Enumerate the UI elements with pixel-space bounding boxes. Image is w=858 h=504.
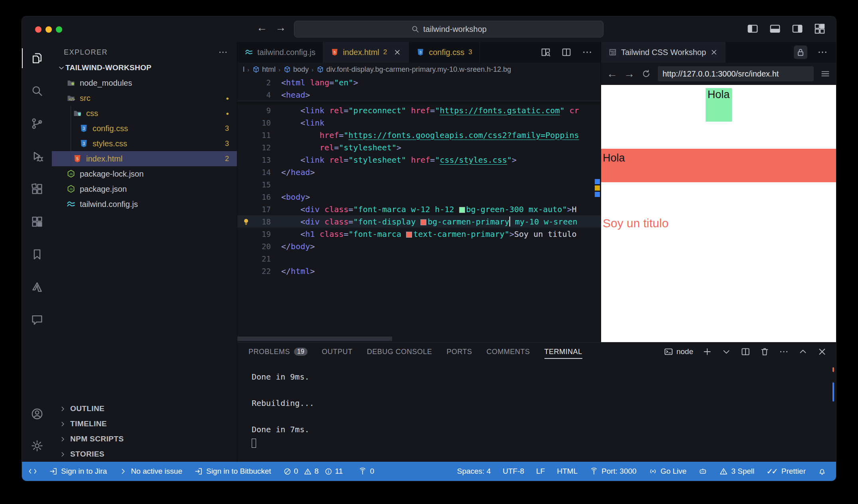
more-icon[interactable] xyxy=(582,47,593,58)
code-line-19[interactable]: 19 <h1 class="font-marca text-carmen-pri… xyxy=(237,228,601,240)
breadcrumb-item[interactable]: body xyxy=(283,65,309,74)
lightbulb-icon[interactable] xyxy=(237,217,255,226)
code-line-21[interactable]: 21 xyxy=(237,252,601,265)
back-icon[interactable]: ← xyxy=(256,22,267,34)
status-item-diagnostics[interactable]: 0811 xyxy=(283,467,346,476)
status-item-go-live[interactable]: Go Live xyxy=(649,467,686,476)
tab-tailwind-config-js[interactable]: tailwind.config.js xyxy=(237,42,323,63)
close-panel-icon[interactable] xyxy=(817,346,827,357)
minimize-window-button[interactable] xyxy=(45,26,52,33)
terminal-dropdown-icon[interactable] xyxy=(721,346,732,357)
hamburger-menu-icon[interactable] xyxy=(820,69,830,79)
status-item-active-issue[interactable]: No active issue xyxy=(119,467,182,476)
sidebar-section-timeline[interactable]: TIMELINE xyxy=(52,416,237,431)
status-item-remote[interactable] xyxy=(28,467,37,476)
terminal-shell-selector[interactable]: node xyxy=(664,347,693,356)
tab-tailwind-css-workshop[interactable]: Tailwind CSS Workshop xyxy=(601,42,726,63)
code-line-18[interactable]: 18 <div class="font-display bg-carmen-pr… xyxy=(237,215,601,228)
status-item-ports-forwarded[interactable]: 0 xyxy=(358,467,375,476)
status-item-jira-signin[interactable]: Sign in to Jira xyxy=(49,467,107,476)
reload-icon[interactable] xyxy=(641,69,651,79)
kill-terminal-icon[interactable] xyxy=(759,346,770,357)
tree-item-css[interactable]: css● xyxy=(52,106,237,121)
url-input[interactable]: http://127.0.0.1:3000/src/index.ht xyxy=(658,66,814,81)
activity-item-search[interactable] xyxy=(22,75,52,107)
breadcrumb-item[interactable]: html xyxy=(252,65,276,74)
code-line-14[interactable]: 14</head> xyxy=(237,166,601,178)
status-item-port[interactable]: Port: 3000 xyxy=(590,467,637,476)
activity-item-extensions[interactable] xyxy=(22,173,52,205)
split-terminal-icon[interactable] xyxy=(740,346,751,357)
browser-back-icon[interactable]: ← xyxy=(607,68,617,80)
panel-tab-comments[interactable]: COMMENTS xyxy=(487,343,530,361)
more-icon[interactable] xyxy=(779,346,789,357)
toggle-panel-icon[interactable] xyxy=(769,23,781,35)
activity-item-accounts[interactable] xyxy=(22,398,52,430)
code-line-9[interactable]: 9 <link rel="preconnect" href="https://f… xyxy=(237,104,601,116)
code-line-11[interactable]: 11 href="https://fonts.googleapis.com/cs… xyxy=(237,129,601,141)
status-item-notifications[interactable] xyxy=(818,467,826,476)
status-item-copilot[interactable] xyxy=(698,467,707,476)
more-actions-icon[interactable] xyxy=(218,47,228,57)
browser-forward-icon[interactable]: → xyxy=(624,68,635,80)
tree-item-node-modules[interactable]: node_modules xyxy=(52,75,237,91)
maximize-window-button[interactable] xyxy=(56,26,62,33)
panel-tab-debug-console[interactable]: DEBUG CONSOLE xyxy=(367,343,432,361)
tree-item-package-lock-json[interactable]: JSpackage-lock.json xyxy=(52,166,237,181)
panel-tab-ports[interactable]: PORTS xyxy=(446,343,472,361)
tree-item-index-html[interactable]: 5index.html2 xyxy=(52,151,237,166)
split-editor-icon[interactable] xyxy=(561,47,572,58)
open-preview-icon[interactable] xyxy=(540,47,551,58)
code-line-10[interactable]: 10 <link xyxy=(237,116,601,129)
tree-item-styles-css[interactable]: 3styles.css3 xyxy=(52,136,237,151)
status-item-bitbucket-signin[interactable]: Sign in to Bitbucket xyxy=(194,467,271,476)
close-icon[interactable] xyxy=(393,48,401,56)
panel-tab-problems[interactable]: PROBLEMS19 xyxy=(249,343,308,361)
status-item-indentation[interactable]: Spaces: 4 xyxy=(457,467,491,476)
breadcrumb-item[interactable]: l xyxy=(243,65,245,74)
code-line-12[interactable]: 12 rel="stylesheet"> xyxy=(237,141,601,154)
activity-item-explorer[interactable] xyxy=(22,42,52,75)
code-line-15[interactable]: 15 xyxy=(237,178,601,191)
horizontal-scrollbar[interactable] xyxy=(237,337,392,341)
activity-item-comments[interactable] xyxy=(22,303,52,336)
status-item-spell-checker[interactable]: 3 Spell xyxy=(719,467,754,476)
code-line-17[interactable]: 17 <div class="font-marca w-12 h-12 bg-g… xyxy=(237,203,601,215)
activity-item-source-control[interactable] xyxy=(22,107,52,140)
code-line-20[interactable]: 20</body> xyxy=(237,240,601,252)
tree-item-package-json[interactable]: JSpackage.json xyxy=(52,181,237,197)
tab-config-css[interactable]: 3config.css3 xyxy=(409,42,479,63)
close-icon[interactable] xyxy=(710,48,718,56)
panel-tab-output[interactable]: OUTPUT xyxy=(322,343,353,361)
tree-root-tailwind-workshop[interactable]: TAILWIND-WORKSHOP xyxy=(52,60,237,75)
activity-item-remote-explorer[interactable] xyxy=(22,205,52,238)
code-line-16[interactable]: 16<body> xyxy=(237,191,601,203)
status-item-eol[interactable]: LF xyxy=(536,467,545,476)
activity-item-bookmarks[interactable] xyxy=(22,238,52,271)
customize-layout-icon[interactable] xyxy=(814,23,826,35)
status-item-encoding[interactable]: UTF-8 xyxy=(503,467,524,476)
status-item-language-mode[interactable]: HTML xyxy=(557,467,578,476)
toggle-sidebar-left-icon[interactable] xyxy=(747,23,759,35)
toggle-sidebar-right-icon[interactable] xyxy=(791,23,803,35)
lock-button[interactable] xyxy=(794,45,807,59)
forward-icon[interactable]: → xyxy=(275,22,286,34)
tab-index-html[interactable]: 5index.html2 xyxy=(323,42,409,63)
maximize-panel-icon[interactable] xyxy=(798,346,808,357)
tree-item-src[interactable]: </>src● xyxy=(52,91,237,106)
breadcrumb-item[interactable]: div.font-display.bg-carmen-primary.my-10… xyxy=(316,65,511,74)
code-editor[interactable]: 2<html lang="en">4<head> 9 <link rel="pr… xyxy=(237,76,601,342)
more-icon[interactable] xyxy=(817,47,828,58)
tree-item-config-css[interactable]: 3config.css3 xyxy=(52,121,237,136)
sidebar-section-npm-scripts[interactable]: NPM SCRIPTS xyxy=(52,431,237,447)
status-item-prettier[interactable]: ✓✓Prettier xyxy=(766,467,806,476)
tree-item-tailwind-config-js[interactable]: tailwind.config.js xyxy=(52,197,237,212)
sidebar-section-outline[interactable]: OUTLINE xyxy=(52,401,237,416)
code-line-13[interactable]: 13 <link rel="stylesheet" href="css/styl… xyxy=(237,154,601,166)
close-window-button[interactable] xyxy=(35,26,41,33)
code-line-22[interactable]: 22</html> xyxy=(237,265,601,277)
activity-item-azure[interactable] xyxy=(22,271,52,303)
new-terminal-button[interactable] xyxy=(702,346,712,357)
terminal-output[interactable]: Done in 9ms. Rebuilding... Done in 7ms. xyxy=(237,361,836,462)
code-line-2[interactable]: 2<html lang="en"> xyxy=(237,76,601,89)
